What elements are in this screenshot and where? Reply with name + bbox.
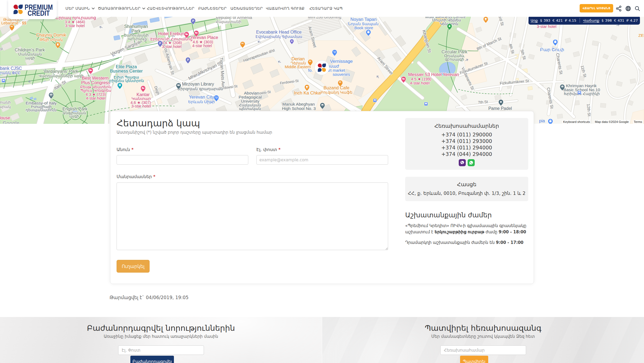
map-label: Նոյան Տապան [348,22,379,26]
terms-link[interactable]: Terms [633,120,643,124]
map-label: Երևան Սիթի [188,100,215,104]
nav-item[interactable]: ԱՇԽԱՏԱՏԵՂԵՐ [230,0,263,17]
map-label: 3-star hotel [537,24,557,29]
address-card: Հասցե ՀՀ, ք. Երևան, 0010, Բուզանդի փ. 1/… [405,177,528,201]
phone-number[interactable]: +374 (011) 294000 [405,144,528,151]
map-label: Business Center [110,68,143,73]
google-watermark: Google [3,120,19,124]
company-map-marker[interactable] [315,60,329,75]
map-label: Միրզոյան գրադարան [177,87,223,91]
updated-timestamp: Թարմացվել է` 04/06/2019, 19:05 [110,295,189,300]
send-button[interactable]: Ուղարկել [117,260,150,273]
map-label: Mini Zoo Grooming [308,17,341,19]
pay-online-button[interactable]: ՎՃԱՐԵԼ ԱՌՑԱՆՑ [580,4,613,12]
map-label: Noyan Tapan [351,17,377,22]
bus-stop-icon[interactable] [424,102,428,106]
details-label-text: Մանրամասներ [117,174,152,179]
map-label: պուրակ [128,36,144,41]
map-label: nbank CJSC [0,66,22,71]
subscribe-button[interactable]: Բաժանորդագրվել [130,356,174,363]
map-label: 4-star hotel [410,81,430,85]
details-label: Մանրամասներ * [117,174,156,179]
sell-rub-rate: 4.27 [630,18,638,22]
rates-divider [580,18,580,23]
nav-item[interactable]: ԲԱԺՆԵՏԵՐԵՐ [198,0,227,17]
details-textarea[interactable] [117,182,388,250]
map-label: Yerevan City [189,94,214,99]
phone-number[interactable]: +374 (011) 290000 [405,131,528,138]
map-label: ZEI [638,33,644,38]
map-label: pia [539,119,545,123]
share-icon[interactable] [616,5,622,12]
name-input[interactable] [117,155,248,165]
exchange-rates-bar[interactable]: Առք $393 €421 ₽4.15 Վաճառք $398 €431 ₽4.… [529,17,640,25]
eur-icon: € [552,18,554,22]
keyboard-shortcuts-link[interactable]: Keyboard shortcuts [562,120,591,124]
bus-stop-icon[interactable] [373,99,377,102]
whatsapp-icon[interactable] [468,159,475,166]
nav-item[interactable]: ՎԱՃԱՌՎՈՂ ԳՈՒՅՔ [266,0,305,17]
map-label: Best Western [82,76,109,80]
name-label-text: Անուն [117,147,130,152]
map-label: 4-star hotel [86,96,106,100]
chevron-down-icon [92,8,95,9]
nav-item-label: ՀԵՏԱԴԱՐՁ ԿԱՊ [309,6,343,11]
map-label: Mirzoyan Library [182,82,214,86]
buy-rub-rate: 4.15 [569,18,576,22]
callback-title: Պատվիրել հեռախոսազանգ [322,323,644,333]
footer: Բաժանորդագրվել նորություններին Առաջինը ի… [0,317,644,363]
email-input[interactable] [256,155,388,165]
usd-icon: $ [540,18,542,22]
bus-stop-icon[interactable] [578,91,581,94]
phone-number[interactable]: +374 (044) 294000 [405,151,528,157]
globe-icon[interactable] [625,5,631,12]
logo[interactable]: PREMIUM CREDIT [8,0,57,19]
subscribe-subtitle: Առաջինը իմացեք մեր հատուկ առաջարկների մա… [0,334,322,339]
map-label: Հայաստանի [216,19,242,24]
map[interactable]: P [0,17,644,124]
name-label: Անուն * [117,147,134,152]
buy-usd-rate: 393 [544,18,550,22]
nav-item-label: ՀԱՇՎԵՏՎՈՒԹՅՈՒՆՆԵՐ [147,6,194,11]
nav-item[interactable]: ՀԱՇՎԵՏՎՈՒԹՅՈՒՆՆԵՐ [147,0,194,17]
map-label: 3-star hotel [65,24,85,28]
nav-item[interactable]: ԾԱՌԱՅՈՒԹՅՈՒՆՆԵՐ [98,0,145,17]
map-label: Derian [292,56,305,61]
logo-graphic: PREMIUM CREDIT [8,0,57,19]
required-mark: * [278,147,280,152]
map-label: Բուզանդ Կաֆե [321,90,352,94]
nav-item-label: ՄԵՐ ՄԱՍԻՆ [65,6,90,11]
map-label: Children's Park [15,47,45,52]
map-label: 4.5 ★ (199) [411,77,431,81]
map-label: Shahumyan [124,24,148,29]
subscribe-email-input[interactable] [118,345,204,355]
address-title: Հասցե [405,181,528,188]
map-label: բանկ ՓԲԸ [0,71,21,75]
nav-item-label: ՎԱՃԱՌՎՈՂ ԳՈՒՅՔ [266,6,305,11]
content-card: Հետադարձ կապ Աստղանիշով (*) նշված բոլոր … [110,111,534,284]
bus-stop-icon[interactable] [2,79,5,83]
logo-line2: CREDIT [28,9,50,17]
map-label: Manuk Abeghyan [282,102,315,106]
map-pin-shop-icon[interactable] [548,119,553,124]
search-icon[interactable] [634,5,640,12]
nav-item[interactable]: ՀԵՏԱԴԱՐՁ ԿԱՊ [309,0,343,17]
phones-title: Հեռախոսահամարներ [405,123,528,129]
rub-icon: ₽ [565,18,567,22]
phone-number[interactable]: +374 (011) 293000 [405,138,528,144]
page-subtitle: Աստղանիշով (*) նշված բոլոր դաշտերը պարտա… [117,130,272,135]
map-label: տանի [0,100,11,104]
sell-label: Վաճառք [583,18,599,22]
nav-item[interactable]: ՄԵՐ ՄԱՍԻՆ [65,0,95,17]
page-title: Հետադարձ կապ [117,118,200,129]
cashdesk-hours-paragraph: Դրամարկղի աշխատանքային ժամերն են 9:00 - … [405,240,534,246]
callback-button[interactable]: Պատվիրել [460,356,488,363]
map-label: բիզնես կենտրոն [109,79,144,83]
map-label: Plus Congress [81,80,110,85]
working-hours-title: Աշխատանքային ժամեր [405,211,492,219]
sell-usd-rate: 398 [605,18,612,22]
viber-icon[interactable] [459,159,466,166]
map-label: High School No. 3 [282,106,316,111]
map-label: 3-star hotel [162,44,182,49]
callback-phone-input[interactable] [440,345,526,355]
